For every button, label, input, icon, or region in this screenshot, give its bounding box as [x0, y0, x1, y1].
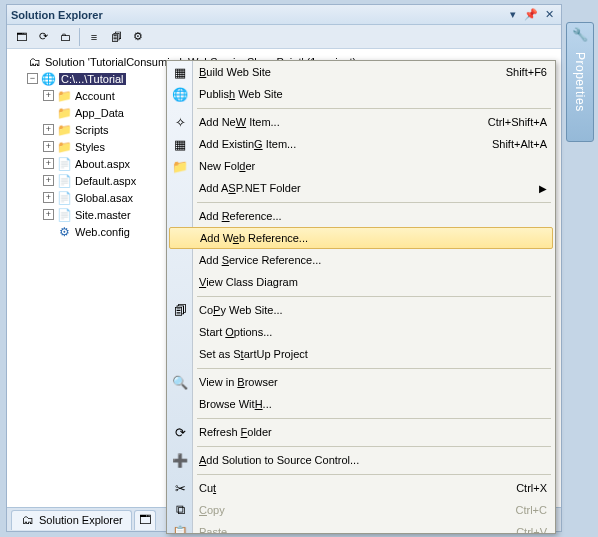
menu-item-add-web-reference[interactable]: Add Web Reference... [169, 227, 553, 249]
tree-item-label: Web.config [75, 226, 130, 238]
refresh-icon: ⟳ [171, 423, 189, 441]
menu-item-label: Refresh Folder [199, 426, 547, 438]
wrench-icon: 🔧 [572, 27, 588, 42]
menu-item-browse-with[interactable]: Browse WitH... [167, 393, 555, 415]
collapse-icon[interactable]: − [27, 73, 38, 84]
menu-item-label: Add Service Reference... [199, 254, 547, 266]
folder-icon: 📁 [57, 105, 72, 120]
menu-item-label: Add ExistinG Item... [199, 138, 492, 150]
refresh-icon[interactable]: ⟳ [33, 27, 53, 47]
menu-item-refresh-folder[interactable]: ⟳Refresh Folder [167, 421, 555, 443]
menu-item-view-class-diagram[interactable]: View Class Diagram [167, 271, 555, 293]
tree-item-label: App_Data [75, 107, 124, 119]
close-icon[interactable]: ✕ [541, 7, 557, 23]
expand-icon[interactable]: + [43, 141, 54, 152]
tab-solution-explorer[interactable]: 🗂 Solution Explorer [11, 510, 132, 530]
file-icon: 📄 [57, 190, 72, 205]
panel-titlebar: Solution Explorer ▾ 📌 ✕ [7, 5, 561, 25]
menu-item-add-solution-to-source-control[interactable]: ➕Add Solution to Source Control... [167, 449, 555, 471]
nest-icon[interactable]: 🗀 [55, 27, 75, 47]
menu-item-set-as-startup-project[interactable]: Set as StartUp Project [167, 343, 555, 365]
menu-item-label: New Folder [199, 160, 547, 172]
folder-icon: 📁 [57, 139, 72, 154]
menu-item-label: Copy [199, 504, 516, 516]
menu-item-label: Add NeW Item... [199, 116, 488, 128]
tab-other[interactable]: 🗔 [134, 510, 156, 530]
scc-icon: ➕ [171, 451, 189, 469]
paste-icon: 📋 [171, 523, 189, 534]
menu-item-add-new-item[interactable]: ✧Add NeW Item...Ctrl+Shift+A [167, 111, 555, 133]
properties-dock-tab[interactable]: 🔧 Properties [566, 22, 594, 142]
context-menu: ▦Build Web SiteShift+F6🌐Publish Web Site… [166, 60, 556, 534]
menu-item-label: Set as StartUp Project [199, 348, 547, 360]
file-icon: 📄 [57, 156, 72, 171]
menu-item-add-reference[interactable]: Add Reference... [167, 205, 555, 227]
menu-item-view-in-browser[interactable]: 🔍View in Browser [167, 371, 555, 393]
tree-item-label: Global.asax [75, 192, 133, 204]
publish-icon: 🌐 [171, 85, 189, 103]
no-expand [43, 107, 54, 118]
menu-item-paste: 📋PasteCtrl+V [167, 521, 555, 534]
menu-item-label: Cut [199, 482, 516, 494]
tree-item-label: Default.aspx [75, 175, 136, 187]
copy-icon: ⧉ [171, 501, 189, 519]
expand-icon[interactable]: + [43, 192, 54, 203]
pin-icon[interactable]: 📌 [523, 7, 539, 23]
menu-item-copy: ⧉CopyCtrl+C [167, 499, 555, 521]
menu-item-copy-web-site[interactable]: 🗐CoPy Web Site... [167, 299, 555, 321]
menu-item-label: View Class Diagram [199, 276, 547, 288]
tab-label: Solution Explorer [39, 514, 123, 526]
menu-item-publish-web-site[interactable]: 🌐Publish Web Site [167, 83, 555, 105]
dropdown-icon[interactable]: ▾ [505, 7, 521, 23]
menu-item-add-existing-item[interactable]: ▦Add ExistinG Item...Shift+Alt+A [167, 133, 555, 155]
expand-icon[interactable]: + [43, 124, 54, 135]
menu-item-build-web-site[interactable]: ▦Build Web SiteShift+F6 [167, 61, 555, 83]
tree-item-label: Scripts [75, 124, 109, 136]
menu-item-start-options[interactable]: Start Options... [167, 321, 555, 343]
menu-item-add-service-reference[interactable]: Add Service Reference... [167, 249, 555, 271]
menu-item-label: Add Reference... [199, 210, 547, 222]
newitem-icon: ✧ [171, 113, 189, 131]
expand-icon[interactable]: + [43, 209, 54, 220]
menu-item-label: Add ASP.NET Folder [199, 182, 539, 194]
expand-icon[interactable]: + [43, 90, 54, 101]
no-expand [43, 226, 54, 237]
toolbar: 🗔 ⟳ 🗀 ≡ 🗐 ⚙ [7, 25, 561, 49]
view-code-icon[interactable]: ≡ [84, 27, 104, 47]
menu-item-new-folder[interactable]: 📁New Folder [167, 155, 555, 177]
tab-icon: 🗂 [20, 513, 35, 528]
menu-item-label: View in Browser [199, 376, 547, 388]
existitem-icon: ▦ [171, 135, 189, 153]
menu-item-label: Browse WitH... [199, 398, 547, 410]
solution-icon: 🗂 [27, 54, 42, 69]
tree-item-label: Site.master [75, 209, 131, 221]
copyweb-icon: 🗐 [171, 301, 189, 319]
menu-item-label: Start Options... [199, 326, 547, 338]
menu-item-cut[interactable]: ✂CutCtrl+X [167, 477, 555, 499]
project-icon: 🌐 [41, 71, 56, 86]
folder-icon: 📁 [171, 157, 189, 175]
menu-shortcut: Ctrl+Shift+A [488, 116, 547, 128]
toolbar-separator [79, 28, 80, 46]
menu-shortcut: Shift+Alt+A [492, 138, 547, 150]
menu-shortcut: Ctrl+X [516, 482, 547, 494]
menu-item-add-asp-net-folder[interactable]: Add ASP.NET Folder▶ [167, 177, 555, 199]
menu-shortcut: Shift+F6 [506, 66, 547, 78]
panel-title: Solution Explorer [11, 9, 503, 21]
menu-item-label: Add Web Reference... [200, 232, 544, 244]
tab-other-icon: 🗔 [137, 513, 152, 528]
expand-icon[interactable]: + [43, 158, 54, 169]
tree-item-label: Styles [75, 141, 105, 153]
file-icon: 📄 [57, 173, 72, 188]
folder-icon: 📁 [57, 88, 72, 103]
config-icon[interactable]: ⚙ [128, 27, 148, 47]
properties-icon[interactable]: 🗔 [11, 27, 31, 47]
menu-item-label: Publish Web Site [199, 88, 547, 100]
copy-site-icon[interactable]: 🗐 [106, 27, 126, 47]
expand-icon[interactable]: + [43, 175, 54, 186]
menu-item-label: Add Solution to Source Control... [199, 454, 547, 466]
dock-label: Properties [573, 52, 587, 112]
tree-item-label: About.aspx [75, 158, 130, 170]
file-icon: 📄 [57, 207, 72, 222]
menu-shortcut: Ctrl+V [516, 526, 547, 534]
